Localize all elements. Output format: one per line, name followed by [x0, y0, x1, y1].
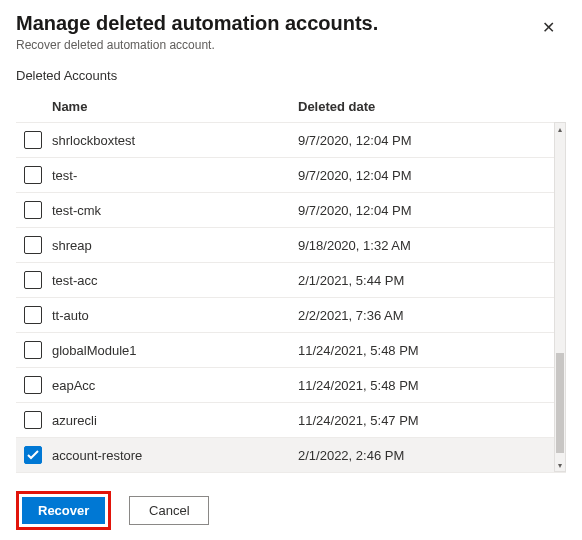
table-row[interactable]: globalModule111/24/2021, 5:48 PM — [16, 332, 554, 367]
row-date: 11/24/2021, 5:48 PM — [298, 378, 554, 393]
row-date: 2/2/2021, 7:36 AM — [298, 308, 554, 323]
row-checkbox[interactable] — [24, 341, 42, 359]
recover-button[interactable]: Recover — [22, 497, 105, 524]
row-checkbox[interactable] — [24, 306, 42, 324]
row-date: 9/7/2020, 12:04 PM — [298, 168, 554, 183]
row-name: test- — [52, 168, 298, 183]
row-date: 2/1/2021, 5:44 PM — [298, 273, 554, 288]
row-name: shreap — [52, 238, 298, 253]
row-checkbox[interactable] — [24, 201, 42, 219]
table-row[interactable]: test-acc2/1/2021, 5:44 PM — [16, 262, 554, 297]
row-checkbox[interactable] — [24, 271, 42, 289]
accounts-table: Name Deleted date shrlockboxtest9/7/2020… — [16, 91, 566, 473]
column-deleted-date[interactable]: Deleted date — [298, 99, 566, 114]
row-name: account-restore — [52, 448, 298, 463]
dialog-subtitle: Recover deleted automation account. — [16, 38, 536, 52]
row-date: 11/24/2021, 5:48 PM — [298, 343, 554, 358]
table-row[interactable]: account-restore2/1/2022, 2:46 PM — [16, 437, 554, 472]
close-button[interactable]: ✕ — [536, 16, 560, 40]
row-name: tt-auto — [52, 308, 298, 323]
row-date: 9/7/2020, 12:04 PM — [298, 203, 554, 218]
row-name: eapAcc — [52, 378, 298, 393]
row-name: test-acc — [52, 273, 298, 288]
row-checkbox[interactable] — [24, 411, 42, 429]
deleted-accounts-label: Deleted Accounts — [16, 68, 566, 83]
table-row[interactable]: tt-auto2/2/2021, 7:36 AM — [16, 297, 554, 332]
row-name: azurecli — [52, 413, 298, 428]
scrollbar-thumb[interactable] — [556, 353, 564, 453]
row-date: 9/18/2020, 1:32 AM — [298, 238, 554, 253]
row-date: 11/24/2021, 5:47 PM — [298, 413, 554, 428]
table-row[interactable]: test-9/7/2020, 12:04 PM — [16, 157, 554, 192]
table-header: Name Deleted date — [16, 91, 566, 122]
dialog-title: Manage deleted automation accounts. — [16, 10, 536, 36]
dialog-footer: Recover Cancel — [16, 491, 566, 530]
scroll-down-icon[interactable]: ▾ — [555, 459, 565, 471]
table-body: shrlockboxtest9/7/2020, 12:04 PMtest-9/7… — [16, 122, 566, 472]
row-name: shrlockboxtest — [52, 133, 298, 148]
row-checkbox[interactable] — [24, 446, 42, 464]
row-date: 2/1/2022, 2:46 PM — [298, 448, 554, 463]
column-name[interactable]: Name — [52, 99, 298, 114]
row-name: globalModule1 — [52, 343, 298, 358]
dialog-header: Manage deleted automation accounts. Reco… — [16, 10, 566, 52]
table-row[interactable]: azurecli11/24/2021, 5:47 PM — [16, 402, 554, 437]
dialog-panel: Manage deleted automation accounts. Reco… — [0, 0, 582, 540]
check-icon — [27, 450, 39, 460]
row-date: 9/7/2020, 12:04 PM — [298, 133, 554, 148]
table-row[interactable]: shrlockboxtest9/7/2020, 12:04 PM — [16, 122, 554, 157]
cancel-button[interactable]: Cancel — [129, 496, 209, 525]
recover-highlight: Recover — [16, 491, 111, 530]
vertical-scrollbar[interactable]: ▴ ▾ — [554, 122, 566, 472]
row-checkbox[interactable] — [24, 131, 42, 149]
row-name: test-cmk — [52, 203, 298, 218]
table-row[interactable]: eapAcc11/24/2021, 5:48 PM — [16, 367, 554, 402]
table-row[interactable]: test-cmk9/7/2020, 12:04 PM — [16, 192, 554, 227]
close-icon: ✕ — [542, 19, 555, 36]
table-row[interactable]: shreap9/18/2020, 1:32 AM — [16, 227, 554, 262]
scroll-up-icon[interactable]: ▴ — [555, 123, 565, 135]
row-checkbox[interactable] — [24, 166, 42, 184]
row-checkbox[interactable] — [24, 376, 42, 394]
row-checkbox[interactable] — [24, 236, 42, 254]
